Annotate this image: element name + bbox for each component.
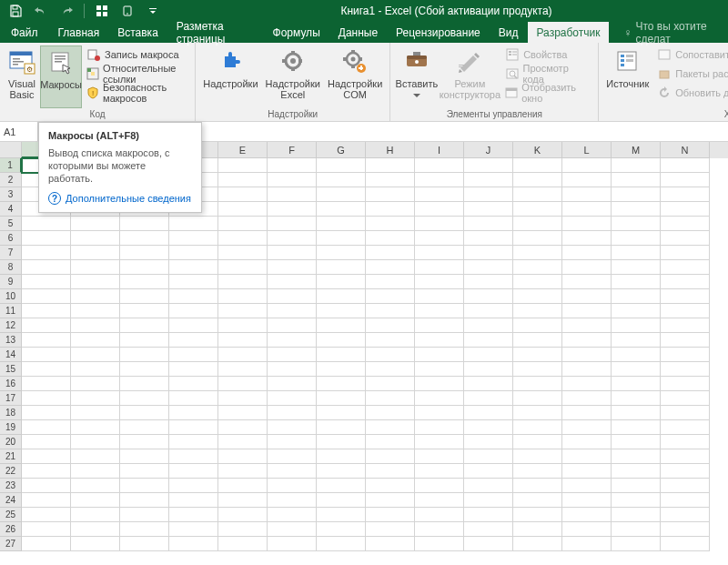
cell[interactable] [317,231,366,246]
cell[interactable] [661,522,710,537]
cell[interactable] [366,187,415,202]
row-header[interactable]: 22 [0,464,22,479]
excel-addins-button[interactable]: Надстройки Excel [262,45,324,108]
cell[interactable] [415,158,464,173]
column-header[interactable]: J [464,142,513,158]
cell[interactable] [169,449,218,464]
cell[interactable] [22,508,71,522]
cell[interactable] [415,289,464,304]
cell[interactable] [612,479,661,493]
cell[interactable] [366,318,415,333]
cell[interactable] [169,537,218,551]
cell[interactable] [22,333,71,348]
cell[interactable] [464,217,513,231]
cell[interactable] [120,508,169,522]
cell[interactable] [120,260,169,275]
cell[interactable] [71,464,120,479]
cell[interactable] [661,362,710,377]
cell[interactable] [464,289,513,304]
cell[interactable] [513,362,562,377]
cell[interactable] [120,377,169,391]
cell[interactable] [169,260,218,275]
cell[interactable] [169,348,218,362]
row-header[interactable]: 18 [0,406,22,420]
cell[interactable] [464,260,513,275]
cell[interactable] [612,173,661,187]
cell[interactable] [562,406,612,420]
cell[interactable] [218,275,268,289]
cell[interactable] [218,362,268,377]
cell[interactable] [218,187,268,202]
cell[interactable] [169,275,218,289]
cell[interactable] [22,275,71,289]
cell[interactable] [415,420,464,435]
cell[interactable] [22,537,71,551]
cell[interactable] [464,173,513,187]
cell[interactable] [661,304,710,318]
cell[interactable] [268,217,317,231]
cell[interactable] [366,275,415,289]
cell[interactable] [120,406,169,420]
cell[interactable] [317,464,366,479]
cell[interactable] [22,217,71,231]
cell[interactable] [317,318,366,333]
insert-controls-button[interactable]: Вставить [394,45,439,108]
cell[interactable] [513,522,562,537]
save-button[interactable] [4,1,27,21]
cell[interactable] [513,260,562,275]
cell[interactable] [169,318,218,333]
cell[interactable] [268,464,317,479]
cell[interactable] [612,464,661,479]
select-all-corner[interactable] [0,142,22,158]
cell[interactable] [612,537,661,551]
cell[interactable] [562,289,612,304]
cell[interactable] [464,377,513,391]
cell[interactable] [169,464,218,479]
cell[interactable] [612,522,661,537]
refresh-data-button[interactable]: Обновить да [654,84,728,102]
cell[interactable] [661,246,710,260]
cell[interactable] [612,362,661,377]
cell[interactable] [71,522,120,537]
cell[interactable] [366,173,415,187]
cell[interactable] [513,479,562,493]
cell[interactable] [464,522,513,537]
cell[interactable] [562,537,612,551]
cell[interactable] [661,217,710,231]
cell[interactable] [415,246,464,260]
row-header[interactable]: 25 [0,508,22,522]
cell[interactable] [22,391,71,406]
cell[interactable] [464,508,513,522]
record-macro-button[interactable]: Запись макроса [84,45,189,64]
cell[interactable] [22,479,71,493]
cell[interactable] [268,493,317,508]
cell[interactable] [120,420,169,435]
cell[interactable] [317,479,366,493]
cell[interactable] [464,449,513,464]
cell[interactable] [464,304,513,318]
cell[interactable] [366,333,415,348]
run-dialog-button[interactable]: Отобразить окно [502,84,592,102]
cell[interactable] [415,464,464,479]
cell[interactable] [612,377,661,391]
cell[interactable] [22,377,71,391]
cell[interactable] [317,246,366,260]
name-box[interactable]: A1 [0,122,38,141]
column-header[interactable]: N [661,142,710,158]
row-header[interactable]: 20 [0,435,22,449]
cell[interactable] [268,304,317,318]
row-header[interactable]: 15 [0,362,22,377]
cell[interactable] [71,377,120,391]
row-header[interactable]: 17 [0,391,22,406]
cell[interactable] [268,173,317,187]
cell[interactable] [22,435,71,449]
cell[interactable] [317,522,366,537]
cell[interactable] [22,304,71,318]
cell[interactable] [661,202,710,217]
cell[interactable] [169,377,218,391]
cell[interactable] [562,522,612,537]
column-header[interactable]: M [612,142,661,158]
cell[interactable] [22,289,71,304]
cell[interactable] [513,537,562,551]
cell[interactable] [562,377,612,391]
